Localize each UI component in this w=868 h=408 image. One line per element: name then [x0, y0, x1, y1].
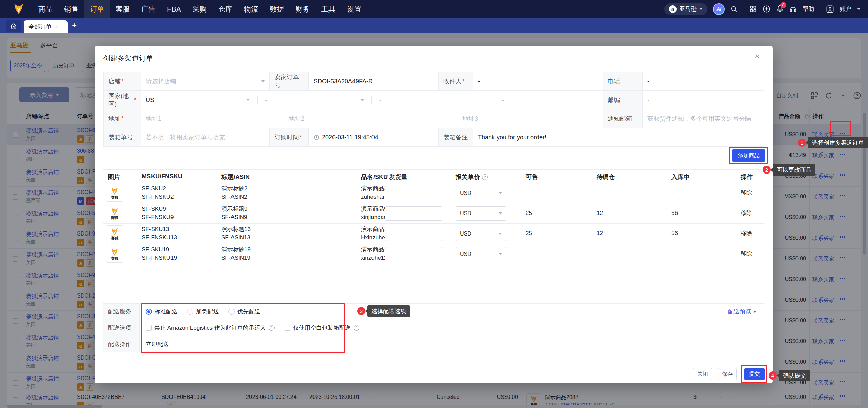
nav-item-data[interactable]: 数据	[264, 0, 290, 18]
currency-select[interactable]: USD	[456, 206, 506, 221]
fox-logo-icon	[110, 248, 119, 256]
chevron-down-icon	[499, 233, 502, 235]
sellfox-logo-icon[interactable]	[13, 3, 24, 15]
notifications[interactable]: 8	[776, 5, 784, 14]
nav-item-warehouse[interactable]: 仓库	[213, 0, 238, 18]
nav-item-fba[interactable]: FBA	[161, 0, 187, 18]
remove-link[interactable]: 移除	[741, 189, 752, 197]
order-time-label: 订购时间*	[270, 128, 309, 147]
help-link[interactable]: 帮助	[803, 5, 814, 13]
notify-email-placeholder: 获取货件通知，多个可用英文逗号分隔	[647, 115, 751, 123]
receiver-field[interactable]: -	[473, 72, 603, 91]
state-value: -	[265, 97, 267, 104]
inbound-value: 56	[671, 209, 678, 217]
annotation-step-3: 3	[357, 307, 365, 315]
country-select[interactable]: US	[141, 91, 255, 109]
remove-link[interactable]: 移除	[741, 250, 752, 258]
nav-item-logistics[interactable]: 物流	[238, 0, 264, 18]
zip-field[interactable]: -	[643, 91, 764, 109]
city-value: -	[379, 97, 381, 104]
account-menu[interactable]: 账户	[840, 5, 851, 13]
close-button[interactable]: 关闭	[693, 368, 712, 380]
ship-quantity-input[interactable]	[385, 206, 442, 221]
annotation-tooltip-4: 确认提交	[779, 370, 810, 381]
title-value: 演示标题2	[221, 185, 247, 193]
nav-item-sales[interactable]: 销售	[58, 0, 84, 18]
asin-value: SF-ASIN2	[221, 193, 247, 201]
city-field[interactable]: -	[375, 91, 491, 109]
app-screen: 商品 销售 订单 客服 广告 FBA 采购 仓库 物流 数据 财务 工具 设置 …	[0, 0, 868, 408]
nav-item-service[interactable]: 客服	[110, 0, 136, 18]
store-placeholder: 请选择店铺	[146, 77, 176, 85]
ship-quantity-input[interactable]	[385, 186, 442, 200]
divider	[820, 6, 820, 13]
district-field[interactable]: -	[497, 91, 603, 109]
new-tab-button[interactable]: +	[72, 21, 77, 30]
title-value: 演示标题13	[221, 225, 251, 233]
box-note-field[interactable]: Thank you for your order!	[473, 128, 764, 147]
help-icon[interactable]: ?	[482, 174, 488, 180]
annotation-step-1: 1	[798, 139, 806, 147]
apps-grid-icon[interactable]	[750, 5, 757, 13]
nav-item-orders[interactable]: 订单	[84, 0, 110, 18]
annotation-step-2: 2	[763, 166, 771, 174]
address-label: 地址*	[104, 109, 141, 128]
nav-item-products[interactable]: 商品	[33, 0, 58, 18]
phone-label: 电话	[603, 72, 643, 91]
annotation-box-add-product	[729, 147, 768, 164]
required-mark: *	[300, 134, 302, 141]
headset-icon[interactable]	[789, 5, 797, 13]
address2-field[interactable]: 地址2	[284, 109, 452, 128]
close-tab-icon[interactable]: ×	[55, 24, 58, 30]
msku-value: SF-SKU9	[142, 205, 166, 213]
box-number-field[interactable]: 若不填，将用卖家订单号填充	[141, 128, 270, 147]
help-icon[interactable]: ?	[354, 325, 359, 331]
address-group: 地址1 地址2 地址3	[141, 109, 603, 128]
search-icon[interactable]	[730, 5, 738, 13]
chevron-down-icon	[499, 192, 502, 194]
shipping-options-label: 配送选项	[103, 320, 140, 336]
remove-link[interactable]: 移除	[741, 229, 752, 238]
address3-field[interactable]: 地址3	[458, 109, 603, 128]
save-button[interactable]: 保存	[718, 368, 737, 380]
seller-order-field[interactable]: SDOI-63A20A49FA-R	[309, 72, 439, 91]
home-tab[interactable]	[6, 20, 21, 32]
marketplace-switcher[interactable]: a 亚马逊	[664, 3, 707, 15]
nav-item-settings[interactable]: 设置	[341, 0, 367, 18]
nav-item-purchase[interactable]: 采购	[187, 0, 213, 18]
currency-select[interactable]: USD	[456, 227, 506, 241]
currency-value: USD	[460, 210, 471, 217]
store-select[interactable]: 请选择店铺	[141, 72, 270, 91]
divider	[257, 96, 258, 104]
notify-email-field[interactable]: 获取货件通知，多个可用英文逗号分隔	[643, 109, 764, 128]
notification-count-badge: 8	[780, 2, 786, 8]
nav-item-tools[interactable]: 工具	[316, 0, 341, 18]
inbound-value: -	[671, 250, 673, 258]
order-time-field[interactable]: 2026-03-11 19:45:04	[309, 128, 439, 147]
ai-assistant-icon[interactable]: AI	[713, 3, 725, 15]
header-image: 图片	[108, 173, 120, 181]
product-row: 赛狐 SF-SKU9 SF-FNSKU9 演示标题9 SF-ASIN9 演示商品…	[103, 203, 764, 224]
divider	[455, 115, 455, 122]
asin-value: SF-ASIN9	[221, 213, 247, 221]
remove-link[interactable]: 移除	[741, 209, 752, 217]
header-price: 报关单价?	[456, 173, 488, 181]
phone-field[interactable]: -	[643, 72, 764, 91]
currency-select[interactable]: USD	[456, 247, 506, 261]
ship-quantity-input[interactable]	[385, 227, 442, 241]
tab-all-orders[interactable]: 全部订单 ×	[24, 20, 68, 33]
currency-select[interactable]: USD	[456, 186, 506, 200]
address1-field[interactable]: 地址1	[141, 109, 278, 128]
nav-item-ads[interactable]: 广告	[136, 0, 161, 18]
product-row: 赛狐 SF-SKU2 SF-FNSKU2 演示标题2 SF-ASIN2 演示商品…	[103, 183, 764, 203]
address2-placeholder: 地址2	[289, 115, 304, 123]
download-circle-icon[interactable]	[763, 5, 770, 13]
sellable-value: 25	[526, 229, 532, 238]
nav-item-finance[interactable]: 财务	[290, 0, 316, 18]
shipping-preview-link[interactable]: 配送预览	[728, 308, 756, 315]
header-title: 标题/ASIN	[221, 173, 250, 181]
state-select[interactable]: -	[260, 91, 369, 109]
close-icon[interactable]: ×	[755, 52, 760, 60]
ship-quantity-input[interactable]	[385, 247, 442, 261]
required-mark: *	[385, 174, 388, 180]
